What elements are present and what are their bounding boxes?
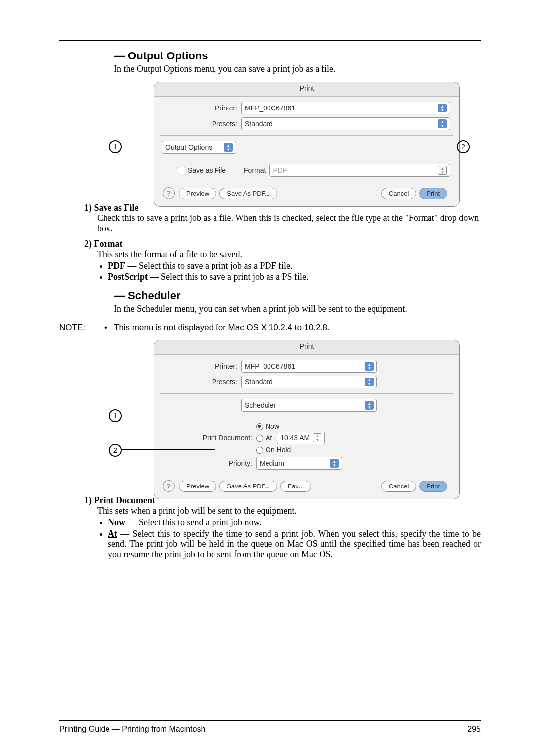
presets-label: Presets: <box>163 120 241 128</box>
chevron-updown-icon: ▴▾ <box>365 401 374 410</box>
chevron-updown-icon: ▴▾ <box>438 119 447 128</box>
radio-on-hold[interactable] <box>256 447 263 454</box>
callout-2-right: 2 <box>457 140 470 153</box>
dialog-title: Print <box>154 82 459 97</box>
output-options-intro: In the Output Options menu, you can save… <box>114 63 481 75</box>
callout-1-left: 1 <box>109 140 122 153</box>
print-dialog-output-options: Print Printer: MFP_00C67861▴▾ Presets: S… <box>154 82 460 207</box>
dialog-title: Print <box>154 340 459 355</box>
callout-2-scheduler: 2 <box>109 444 122 457</box>
save-as-pdf-button[interactable]: Save As PDF... <box>219 188 277 199</box>
print-dialog-scheduler: Print Printer: MFP_00C67861▴▾ Presets: S… <box>154 340 460 500</box>
note: NOTE:•This menu is not displayed for Mac… <box>59 323 481 333</box>
footer-left: Printing Guide — Printing from Macintosh <box>59 725 205 734</box>
cancel-button[interactable]: Cancel <box>381 481 416 492</box>
help-icon[interactable]: ? <box>163 187 175 199</box>
fax-button[interactable]: Fax... <box>280 481 312 492</box>
chevron-updown-icon: ▴▾ <box>365 378 374 386</box>
print-button[interactable]: Print <box>419 481 447 492</box>
preview-button[interactable]: Preview <box>179 481 216 492</box>
save-as-file-label: Save as File <box>188 166 226 174</box>
chevron-updown-icon: ▴▾ <box>224 143 233 152</box>
scheduler-heading: — Scheduler <box>114 289 481 302</box>
print-button[interactable]: Print <box>419 188 447 199</box>
at-time-field[interactable]: 10:43 AM▴▾ <box>277 432 325 444</box>
callout-1-scheduler: 1 <box>109 409 122 422</box>
scheduler-items: 1) Print Document This sets when a print… <box>84 495 481 560</box>
footer-page-number: 295 <box>467 725 481 734</box>
section-select[interactable]: Scheduler▴▾ <box>241 399 377 412</box>
presets-label: Presets: <box>163 378 241 386</box>
presets-select[interactable]: Standard▴▾ <box>241 376 377 388</box>
format-select[interactable]: PDF▴▾ <box>269 164 450 177</box>
printer-select[interactable]: MFP_00C67861▴▾ <box>241 102 450 114</box>
radio-now[interactable] <box>256 423 263 430</box>
help-icon[interactable]: ? <box>163 480 175 492</box>
save-as-file-checkbox[interactable] <box>178 167 185 174</box>
scheduler-intro: In the Scheduler menu, you can set when … <box>114 303 481 315</box>
chevron-updown-icon: ▴▾ <box>438 104 447 112</box>
save-as-pdf-button[interactable]: Save As PDF... <box>219 481 277 492</box>
priority-select[interactable]: Medium▴▾ <box>256 457 342 470</box>
print-document-label: Print Document: <box>163 434 256 442</box>
printer-select[interactable]: MFP_00C67861▴▾ <box>241 360 377 373</box>
page-footer: Printing Guide — Printing from Macintosh… <box>59 720 481 734</box>
printer-label: Printer: <box>163 104 241 112</box>
cancel-button[interactable]: Cancel <box>381 188 416 199</box>
output-options-items: 1) Save as File Check this to save a pri… <box>84 203 481 282</box>
output-options-heading: — Output Options <box>114 50 481 62</box>
format-label: Format <box>244 166 266 174</box>
stepper-icon: ▴▾ <box>313 433 321 442</box>
chevron-updown-icon: ▴▾ <box>365 362 374 371</box>
priority-label: Priority: <box>163 459 256 467</box>
printer-label: Printer: <box>163 362 241 370</box>
chevron-updown-icon: ▴▾ <box>438 166 447 175</box>
presets-select[interactable]: Standard▴▾ <box>241 117 450 130</box>
preview-button[interactable]: Preview <box>179 188 216 199</box>
section-select[interactable]: Output Options▴▾ <box>162 141 236 154</box>
chevron-updown-icon: ▴▾ <box>330 459 339 468</box>
radio-at[interactable] <box>256 435 263 442</box>
